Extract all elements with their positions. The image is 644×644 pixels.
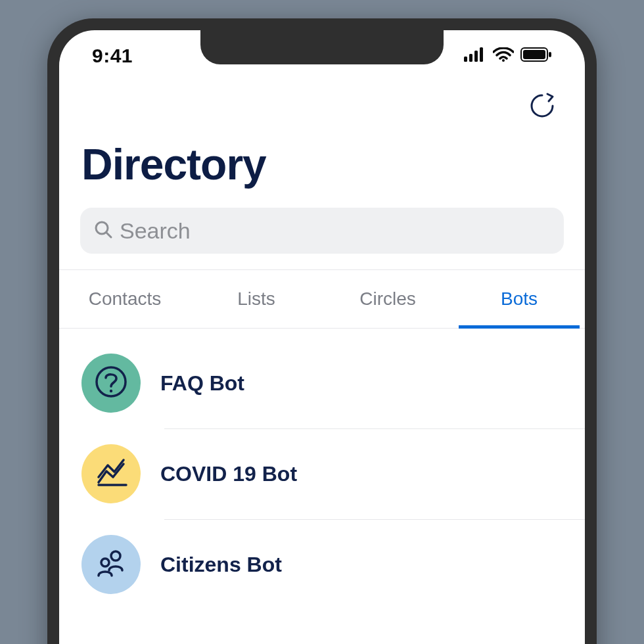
list-item[interactable]: COVID 19 Bot — [59, 428, 585, 519]
nav-bar — [59, 81, 585, 127]
screen: 9:41 — [59, 30, 585, 644]
phone-frame: 9:41 — [47, 18, 597, 644]
wifi-icon — [493, 47, 514, 64]
search-icon — [93, 219, 113, 242]
search-wrap — [59, 202, 585, 269]
svg-rect-2 — [474, 51, 478, 62]
battery-icon — [520, 47, 552, 64]
refresh-icon — [528, 91, 557, 123]
tab-contacts[interactable]: Contacts — [59, 270, 191, 328]
svg-rect-7 — [549, 52, 551, 57]
chart-icon — [93, 455, 129, 493]
list-item-label: Citizens Bot — [160, 553, 282, 577]
page-title-wrap: Directory — [59, 127, 585, 202]
status-icons — [464, 47, 552, 64]
search-field[interactable] — [80, 208, 564, 254]
svg-line-9 — [106, 233, 111, 237]
svg-rect-0 — [464, 57, 467, 62]
avatar — [81, 535, 141, 594]
tabs: Contacts Lists Circles Bots — [59, 269, 585, 329]
list-item[interactable]: Citizens Bot — [59, 519, 585, 610]
svg-point-14 — [101, 559, 109, 566]
tab-label: Lists — [237, 288, 275, 309]
list-item[interactable]: FAQ Bot — [59, 338, 585, 428]
tab-label: Contacts — [89, 288, 162, 309]
question-icon — [93, 364, 129, 402]
tab-circles[interactable]: Circles — [322, 270, 453, 328]
tab-lists[interactable]: Lists — [191, 270, 322, 328]
tab-label: Bots — [501, 288, 538, 309]
avatar — [81, 354, 141, 413]
list-item-label: COVID 19 Bot — [160, 462, 297, 486]
svg-rect-3 — [480, 47, 483, 62]
list-item-label: FAQ Bot — [160, 371, 244, 396]
refresh-button[interactable] — [526, 91, 559, 124]
avatar — [81, 444, 141, 503]
status-time: 9:41 — [92, 45, 133, 67]
bot-list: FAQ Bot COVID 19 Bot — [59, 329, 585, 610]
search-input[interactable] — [120, 218, 551, 244]
svg-point-11 — [110, 390, 112, 392]
page-title: Directory — [81, 139, 563, 189]
svg-point-4 — [502, 59, 505, 62]
svg-rect-6 — [523, 50, 545, 59]
svg-rect-1 — [469, 54, 472, 62]
people-icon — [93, 545, 129, 584]
notch — [200, 30, 444, 64]
tab-label: Circles — [359, 288, 416, 309]
tab-bots[interactable]: Bots — [453, 270, 585, 328]
svg-point-13 — [111, 551, 120, 561]
cellular-signal-icon — [464, 47, 486, 64]
